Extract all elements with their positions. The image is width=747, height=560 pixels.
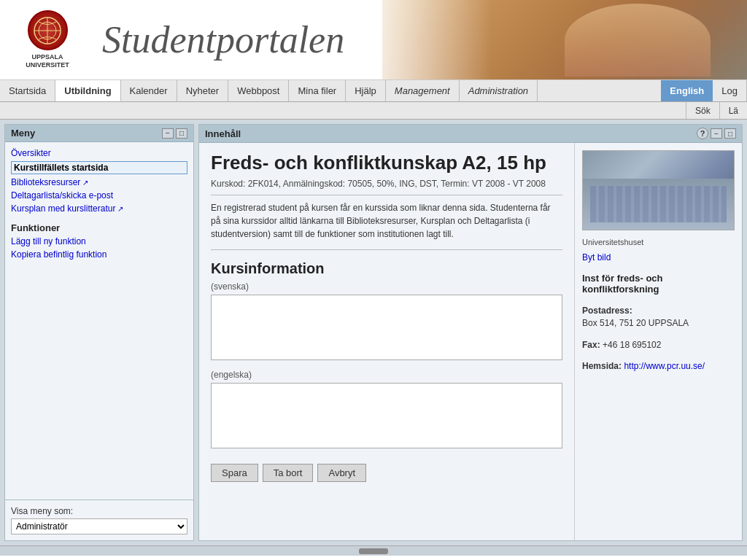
sidebar-link-biblioteksresurser[interactable]: Biblioteksresurser xyxy=(11,177,187,187)
engelska-textarea[interactable] xyxy=(211,383,562,448)
sidebar: Meny − □ Översikter Kurstillfällets star… xyxy=(4,124,194,541)
content-main: Freds- och konfliktkunskap A2, 15 hp Kur… xyxy=(199,143,574,540)
sidebar-link-kurstillfallet[interactable]: Kurstillfällets startsida xyxy=(11,161,187,174)
sub-nav-sok[interactable]: Sök xyxy=(686,102,719,119)
sidebar-content: Översikter Kurstillfällets startsida Bib… xyxy=(5,142,193,499)
nav-mina-filer[interactable]: Mina filer xyxy=(289,80,346,101)
svenska-label: (svenska) xyxy=(211,281,562,292)
sub-nav-la[interactable]: Lä xyxy=(719,102,747,119)
engelska-label: (engelska) xyxy=(211,370,562,380)
fax-value: +46 18 695102 xyxy=(603,340,661,350)
sidebar-link-kopiera[interactable]: Kopiera befintlig funktion xyxy=(11,249,187,260)
nav-utbildning[interactable]: Utbildning xyxy=(55,80,120,101)
content-panel: Innehåll ? − □ Freds- och konfliktkunska… xyxy=(198,124,743,541)
fax-label: Fax: xyxy=(582,340,600,350)
building-image xyxy=(582,150,735,230)
visa-meny-select[interactable]: AdministratörStudent xyxy=(11,518,187,534)
postadress-row: Postadress: Box 514, 751 20 UPPSALA xyxy=(582,305,735,330)
sidebar-maximize-btn[interactable]: □ xyxy=(176,128,187,139)
postadress-value: Box 514, 751 20 UPPSALA xyxy=(582,318,689,328)
header-title-area: Studentportalen xyxy=(95,0,747,79)
help-button[interactable]: ? xyxy=(697,128,708,139)
main-area: Meny − □ Översikter Kurstillfällets star… xyxy=(0,120,747,545)
content-body: Freds- och konfliktkunskap A2, 15 hp Kur… xyxy=(199,143,742,540)
site-title: Studentportalen xyxy=(102,18,344,61)
course-title: Freds- och konfliktkunskap A2, 15 hp xyxy=(211,152,562,174)
logo-area: UPPSALA UNIVERSITET xyxy=(0,0,95,79)
hemsida-link[interactable]: http://www.pcr.uu.se/ xyxy=(624,361,705,371)
university-name: UPPSALA UNIVERSITET xyxy=(26,53,69,69)
nav-administration[interactable]: Administration xyxy=(460,80,538,101)
sidebar-minimize-btn[interactable]: − xyxy=(162,128,174,139)
spara-button[interactable]: Spara xyxy=(211,464,258,482)
nav-login[interactable]: Log xyxy=(713,80,747,101)
postadress-label: Postadress: xyxy=(582,306,632,316)
sidebar-header: Meny − □ xyxy=(5,125,193,142)
hemsida-row: Hemsida: http://www.pcr.uu.se/ xyxy=(582,360,735,373)
nav-english[interactable]: English xyxy=(661,80,713,101)
header-photo xyxy=(382,0,747,79)
hemsida-label: Hemsida: xyxy=(582,361,622,371)
kursinformation-title: Kursinformation xyxy=(211,260,562,277)
nav-nyheter[interactable]: Nyheter xyxy=(177,80,229,101)
nav-management[interactable]: Management xyxy=(386,80,460,101)
course-meta: Kurskod: 2FK014, Anmälningskod: 70505, 5… xyxy=(211,179,562,195)
avbryt-button[interactable]: Avbryt xyxy=(317,464,366,482)
content-header-controls: ? − □ xyxy=(697,128,736,139)
nav-startsida[interactable]: Startsida xyxy=(0,80,55,101)
ta-bort-button[interactable]: Ta bort xyxy=(263,464,314,482)
main-navbar: Startsida Utbildning Kalender Nyheter We… xyxy=(0,80,747,102)
sidebar-link-lagg-till[interactable]: Lägg till ny funktion xyxy=(11,236,187,246)
visa-meny-label: Visa meny som: xyxy=(11,506,187,516)
nav-kalender[interactable]: Kalender xyxy=(121,80,177,101)
sidebar-title: Meny xyxy=(11,128,35,139)
nav-hjalp[interactable]: Hjälp xyxy=(346,80,386,101)
sidebar-controls: − □ xyxy=(162,128,187,139)
nav-right: English Log xyxy=(661,80,747,101)
sidebar-link-kursplan[interactable]: Kursplan med kurslitteratur xyxy=(11,203,187,214)
content-panel-header: Innehåll ? − □ xyxy=(199,125,742,143)
content-minimize-btn[interactable]: − xyxy=(711,128,722,139)
byt-bild-link[interactable]: Byt bild xyxy=(582,252,735,262)
svenska-textarea[interactable] xyxy=(211,295,562,360)
content-sidebar: Universitetshuset Byt bild Inst för fred… xyxy=(574,143,742,540)
page-header: UPPSALA UNIVERSITET Studentportalen xyxy=(0,0,747,80)
university-logo xyxy=(28,10,68,50)
sub-navbar: Sök Lä xyxy=(0,102,747,120)
sidebar-footer: Visa meny som: AdministratörStudent xyxy=(5,499,193,540)
sidebar-link-deltagarlista[interactable]: Deltagarlista/skicka e-post xyxy=(11,190,187,201)
nav-webbpost[interactable]: Webbpost xyxy=(228,80,289,101)
scrollbar-thumb[interactable] xyxy=(359,548,388,554)
course-description: En registrerad student på kursen får en … xyxy=(211,201,562,250)
horizontal-scrollbar[interactable] xyxy=(0,545,747,556)
institution-name: Inst för freds- och konfliktforskning xyxy=(582,273,735,295)
content-maximize-btn[interactable]: □ xyxy=(724,128,736,139)
buttons-row: Spara Ta bort Avbryt xyxy=(211,464,562,482)
building-caption: Universitetshuset xyxy=(582,238,735,246)
fax-row: Fax: +46 18 695102 xyxy=(582,339,735,351)
sidebar-section-funktioner: Funktioner xyxy=(11,222,187,233)
sidebar-link-oversikter[interactable]: Översikter xyxy=(11,148,187,158)
content-header-title: Innehåll xyxy=(205,128,241,139)
